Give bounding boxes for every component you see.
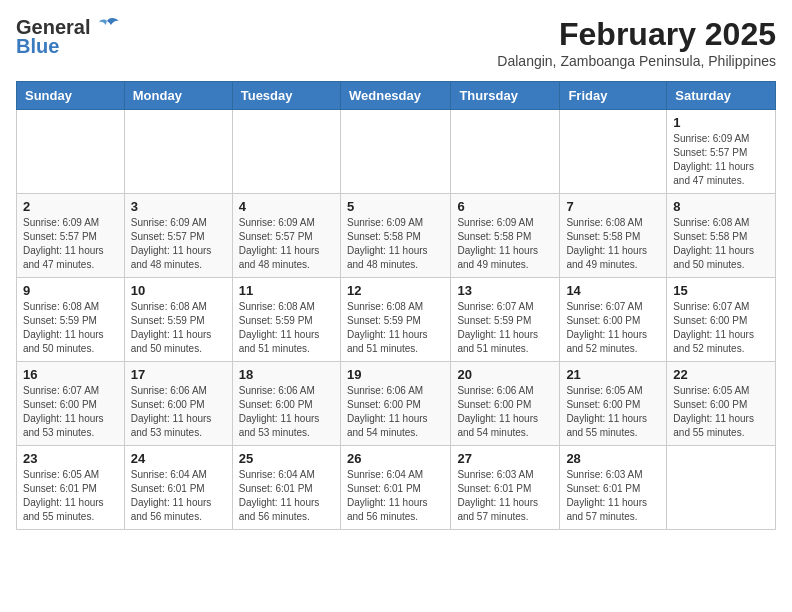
day-info: Sunrise: 6:09 AM Sunset: 5:57 PM Dayligh… bbox=[239, 216, 334, 272]
day-number: 9 bbox=[23, 283, 118, 298]
day-info: Sunrise: 6:03 AM Sunset: 6:01 PM Dayligh… bbox=[566, 468, 660, 524]
day-info: Sunrise: 6:07 AM Sunset: 6:00 PM Dayligh… bbox=[673, 300, 769, 356]
day-number: 15 bbox=[673, 283, 769, 298]
calendar-day-27: 27Sunrise: 6:03 AM Sunset: 6:01 PM Dayli… bbox=[451, 446, 560, 530]
day-number: 28 bbox=[566, 451, 660, 466]
day-number: 26 bbox=[347, 451, 444, 466]
calendar-day-23: 23Sunrise: 6:05 AM Sunset: 6:01 PM Dayli… bbox=[17, 446, 125, 530]
day-info: Sunrise: 6:04 AM Sunset: 6:01 PM Dayligh… bbox=[131, 468, 226, 524]
day-number: 20 bbox=[457, 367, 553, 382]
day-info: Sunrise: 6:09 AM Sunset: 5:57 PM Dayligh… bbox=[23, 216, 118, 272]
day-info: Sunrise: 6:07 AM Sunset: 6:00 PM Dayligh… bbox=[23, 384, 118, 440]
day-info: Sunrise: 6:05 AM Sunset: 6:01 PM Dayligh… bbox=[23, 468, 118, 524]
calendar-day-26: 26Sunrise: 6:04 AM Sunset: 6:01 PM Dayli… bbox=[340, 446, 450, 530]
day-number: 27 bbox=[457, 451, 553, 466]
calendar-day-12: 12Sunrise: 6:08 AM Sunset: 5:59 PM Dayli… bbox=[340, 278, 450, 362]
calendar-day-3: 3Sunrise: 6:09 AM Sunset: 5:57 PM Daylig… bbox=[124, 194, 232, 278]
weekday-header-saturday: Saturday bbox=[667, 82, 776, 110]
day-info: Sunrise: 6:08 AM Sunset: 5:58 PM Dayligh… bbox=[566, 216, 660, 272]
calendar-day-28: 28Sunrise: 6:03 AM Sunset: 6:01 PM Dayli… bbox=[560, 446, 667, 530]
calendar-day-16: 16Sunrise: 6:07 AM Sunset: 6:00 PM Dayli… bbox=[17, 362, 125, 446]
calendar-day-14: 14Sunrise: 6:07 AM Sunset: 6:00 PM Dayli… bbox=[560, 278, 667, 362]
day-number: 4 bbox=[239, 199, 334, 214]
day-info: Sunrise: 6:07 AM Sunset: 5:59 PM Dayligh… bbox=[457, 300, 553, 356]
location-subtitle: Dalangin, Zamboanga Peninsula, Philippin… bbox=[497, 53, 776, 69]
calendar-day-22: 22Sunrise: 6:05 AM Sunset: 6:00 PM Dayli… bbox=[667, 362, 776, 446]
calendar-empty-cell bbox=[560, 110, 667, 194]
calendar-header-row: SundayMondayTuesdayWednesdayThursdayFrid… bbox=[17, 82, 776, 110]
weekday-header-friday: Friday bbox=[560, 82, 667, 110]
day-number: 11 bbox=[239, 283, 334, 298]
calendar-day-18: 18Sunrise: 6:06 AM Sunset: 6:00 PM Dayli… bbox=[232, 362, 340, 446]
calendar-empty-cell bbox=[667, 446, 776, 530]
day-info: Sunrise: 6:09 AM Sunset: 5:57 PM Dayligh… bbox=[131, 216, 226, 272]
calendar-day-13: 13Sunrise: 6:07 AM Sunset: 5:59 PM Dayli… bbox=[451, 278, 560, 362]
calendar-day-6: 6Sunrise: 6:09 AM Sunset: 5:58 PM Daylig… bbox=[451, 194, 560, 278]
calendar-day-21: 21Sunrise: 6:05 AM Sunset: 6:00 PM Dayli… bbox=[560, 362, 667, 446]
day-number: 24 bbox=[131, 451, 226, 466]
day-number: 8 bbox=[673, 199, 769, 214]
day-number: 12 bbox=[347, 283, 444, 298]
day-number: 18 bbox=[239, 367, 334, 382]
calendar-week-row: 23Sunrise: 6:05 AM Sunset: 6:01 PM Dayli… bbox=[17, 446, 776, 530]
day-number: 1 bbox=[673, 115, 769, 130]
calendar-day-5: 5Sunrise: 6:09 AM Sunset: 5:58 PM Daylig… bbox=[340, 194, 450, 278]
day-number: 10 bbox=[131, 283, 226, 298]
calendar-day-17: 17Sunrise: 6:06 AM Sunset: 6:00 PM Dayli… bbox=[124, 362, 232, 446]
day-number: 5 bbox=[347, 199, 444, 214]
calendar-empty-cell bbox=[124, 110, 232, 194]
calendar-day-7: 7Sunrise: 6:08 AM Sunset: 5:58 PM Daylig… bbox=[560, 194, 667, 278]
calendar-day-25: 25Sunrise: 6:04 AM Sunset: 6:01 PM Dayli… bbox=[232, 446, 340, 530]
calendar-day-1: 1Sunrise: 6:09 AM Sunset: 5:57 PM Daylig… bbox=[667, 110, 776, 194]
calendar-day-20: 20Sunrise: 6:06 AM Sunset: 6:00 PM Dayli… bbox=[451, 362, 560, 446]
day-info: Sunrise: 6:09 AM Sunset: 5:58 PM Dayligh… bbox=[347, 216, 444, 272]
day-number: 21 bbox=[566, 367, 660, 382]
day-info: Sunrise: 6:05 AM Sunset: 6:00 PM Dayligh… bbox=[673, 384, 769, 440]
day-number: 16 bbox=[23, 367, 118, 382]
calendar-day-2: 2Sunrise: 6:09 AM Sunset: 5:57 PM Daylig… bbox=[17, 194, 125, 278]
weekday-header-tuesday: Tuesday bbox=[232, 82, 340, 110]
day-info: Sunrise: 6:08 AM Sunset: 5:59 PM Dayligh… bbox=[347, 300, 444, 356]
day-info: Sunrise: 6:08 AM Sunset: 5:59 PM Dayligh… bbox=[23, 300, 118, 356]
day-number: 25 bbox=[239, 451, 334, 466]
calendar-empty-cell bbox=[17, 110, 125, 194]
day-number: 23 bbox=[23, 451, 118, 466]
calendar-empty-cell bbox=[232, 110, 340, 194]
day-info: Sunrise: 6:04 AM Sunset: 6:01 PM Dayligh… bbox=[239, 468, 334, 524]
calendar-day-19: 19Sunrise: 6:06 AM Sunset: 6:00 PM Dayli… bbox=[340, 362, 450, 446]
month-year-title: February 2025 bbox=[497, 16, 776, 53]
day-info: Sunrise: 6:07 AM Sunset: 6:00 PM Dayligh… bbox=[566, 300, 660, 356]
day-info: Sunrise: 6:08 AM Sunset: 5:58 PM Dayligh… bbox=[673, 216, 769, 272]
calendar-table: SundayMondayTuesdayWednesdayThursdayFrid… bbox=[16, 81, 776, 530]
day-info: Sunrise: 6:09 AM Sunset: 5:58 PM Dayligh… bbox=[457, 216, 553, 272]
day-number: 17 bbox=[131, 367, 226, 382]
calendar-week-row: 1Sunrise: 6:09 AM Sunset: 5:57 PM Daylig… bbox=[17, 110, 776, 194]
calendar-day-24: 24Sunrise: 6:04 AM Sunset: 6:01 PM Dayli… bbox=[124, 446, 232, 530]
day-info: Sunrise: 6:08 AM Sunset: 5:59 PM Dayligh… bbox=[131, 300, 226, 356]
day-info: Sunrise: 6:06 AM Sunset: 6:00 PM Dayligh… bbox=[239, 384, 334, 440]
day-info: Sunrise: 6:06 AM Sunset: 6:00 PM Dayligh… bbox=[131, 384, 226, 440]
calendar-week-row: 9Sunrise: 6:08 AM Sunset: 5:59 PM Daylig… bbox=[17, 278, 776, 362]
day-info: Sunrise: 6:08 AM Sunset: 5:59 PM Dayligh… bbox=[239, 300, 334, 356]
title-block: February 2025 Dalangin, Zamboanga Penins… bbox=[497, 16, 776, 69]
calendar-week-row: 2Sunrise: 6:09 AM Sunset: 5:57 PM Daylig… bbox=[17, 194, 776, 278]
calendar-day-10: 10Sunrise: 6:08 AM Sunset: 5:59 PM Dayli… bbox=[124, 278, 232, 362]
weekday-header-wednesday: Wednesday bbox=[340, 82, 450, 110]
day-number: 19 bbox=[347, 367, 444, 382]
day-number: 14 bbox=[566, 283, 660, 298]
day-number: 7 bbox=[566, 199, 660, 214]
weekday-header-monday: Monday bbox=[124, 82, 232, 110]
calendar-day-8: 8Sunrise: 6:08 AM Sunset: 5:58 PM Daylig… bbox=[667, 194, 776, 278]
calendar-day-11: 11Sunrise: 6:08 AM Sunset: 5:59 PM Dayli… bbox=[232, 278, 340, 362]
day-number: 13 bbox=[457, 283, 553, 298]
day-info: Sunrise: 6:06 AM Sunset: 6:00 PM Dayligh… bbox=[457, 384, 553, 440]
calendar-day-15: 15Sunrise: 6:07 AM Sunset: 6:00 PM Dayli… bbox=[667, 278, 776, 362]
logo: General Blue bbox=[16, 16, 121, 58]
day-number: 3 bbox=[131, 199, 226, 214]
day-number: 2 bbox=[23, 199, 118, 214]
day-info: Sunrise: 6:04 AM Sunset: 6:01 PM Dayligh… bbox=[347, 468, 444, 524]
page-header: General Blue February 2025 Dalangin, Zam… bbox=[16, 16, 776, 69]
day-info: Sunrise: 6:03 AM Sunset: 6:01 PM Dayligh… bbox=[457, 468, 553, 524]
day-number: 22 bbox=[673, 367, 769, 382]
day-info: Sunrise: 6:09 AM Sunset: 5:57 PM Dayligh… bbox=[673, 132, 769, 188]
